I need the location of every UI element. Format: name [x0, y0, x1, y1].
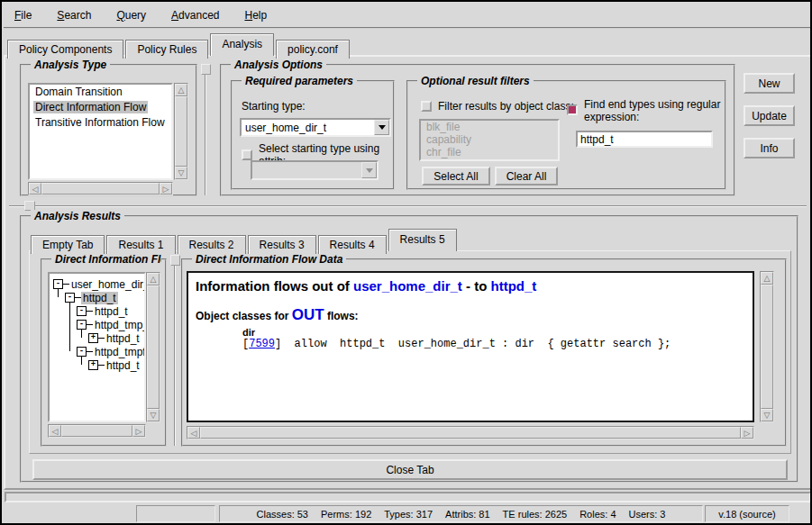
- tree-node[interactable]: - httpd_tmp_t: [50, 318, 144, 331]
- chevron-down-icon[interactable]: [374, 120, 389, 135]
- flow-tree[interactable]: - user_home_dir_t - httpd_t - httpd_t: [48, 272, 146, 422]
- analysis-results-frame: Analysis Results Empty Tab Results 1 Res…: [20, 215, 798, 483]
- tree-connector: [81, 356, 82, 365]
- chevron-down-icon: [361, 162, 377, 178]
- scroll-down-icon[interactable]: ▽: [175, 167, 187, 179]
- scrollbar-trough[interactable]: [200, 427, 741, 439]
- scroll-left-icon[interactable]: ◁: [187, 427, 200, 439]
- scrollbar-thumb[interactable]: [61, 425, 132, 437]
- menu-help[interactable]: Help: [244, 9, 267, 22]
- scrollbar-trough[interactable]: [61, 425, 132, 437]
- scrollbar-thumb[interactable]: [147, 285, 160, 409]
- scroll-left-icon[interactable]: ◁: [29, 183, 41, 195]
- scroll-down-icon[interactable]: ▽: [147, 409, 160, 421]
- list-item[interactable]: Direct Information Flow: [30, 100, 171, 115]
- required-parameters-frame: Required parameters Starting type: user_…: [231, 80, 395, 190]
- scroll-up-icon[interactable]: △: [147, 273, 160, 285]
- scrollbar-trough[interactable]: [761, 285, 773, 409]
- scroll-up-icon[interactable]: △: [175, 84, 187, 96]
- scroll-up-icon[interactable]: △: [761, 272, 773, 285]
- object-class-checkbox-label: Filter results by object class:: [438, 100, 574, 113]
- tab-results-5[interactable]: Results 5: [388, 229, 457, 251]
- attrib-combobox: [251, 160, 379, 180]
- regex-checkbox[interactable]: [567, 104, 578, 115]
- expand-icon[interactable]: +: [88, 360, 98, 370]
- new-button[interactable]: New: [744, 73, 795, 94]
- tab-analysis[interactable]: Analysis: [210, 33, 274, 56]
- scrollbar-trough[interactable]: [41, 183, 160, 195]
- tree-node[interactable]: + httpd_t: [50, 331, 144, 345]
- sash-handle[interactable]: [170, 255, 180, 266]
- sash-handle[interactable]: [201, 64, 211, 75]
- close-tab-button[interactable]: Close Tab: [32, 459, 788, 480]
- list-item: chr_file: [421, 146, 558, 158]
- tree-node[interactable]: + httpd_t: [50, 358, 144, 372]
- scroll-right-icon[interactable]: ▷: [132, 425, 145, 437]
- tab-results-2[interactable]: Results 2: [178, 235, 246, 254]
- analysis-page: Analysis Type Domain Transition Direct I…: [4, 55, 812, 490]
- scroll-right-icon[interactable]: ▷: [160, 183, 172, 195]
- scroll-down-icon[interactable]: ▽: [761, 409, 773, 421]
- scrollbar-thumb[interactable]: [761, 285, 773, 409]
- analysis-type-listbox[interactable]: Domain Transition Direct Information Flo…: [28, 83, 173, 180]
- sash-line: [205, 75, 206, 195]
- tab-results-3[interactable]: Results 3: [248, 235, 316, 254]
- tree-connector: [58, 288, 59, 297]
- data-hscrollbar[interactable]: ◁ ▷: [187, 426, 754, 439]
- required-parameters-title: Required parameters: [242, 75, 357, 87]
- analysis-type-hscrollbar[interactable]: ◁ ▷: [28, 182, 173, 195]
- results-tab-bar: Empty Tab Results 1 Results 2 Results 3 …: [31, 228, 459, 251]
- scrollbar-thumb[interactable]: [175, 96, 187, 167]
- sash-line: [174, 266, 176, 446]
- select-all-button[interactable]: Select All: [422, 167, 490, 186]
- clear-all-button[interactable]: Clear All: [495, 167, 558, 186]
- tab-policy-conf[interactable]: policy.conf: [276, 40, 350, 59]
- data-vscrollbar[interactable]: △ ▽: [760, 271, 774, 422]
- attrib-checkbox[interactable]: [242, 149, 252, 160]
- results-tab-content: Direct Information Flow T - user_home_di…: [29, 250, 791, 454]
- object-class-checkbox[interactable]: [421, 101, 432, 112]
- tree-vscrollbar[interactable]: △ ▽: [146, 272, 160, 422]
- starting-type-label: Starting type:: [242, 100, 306, 113]
- flow-data-frame: Direct Information Flow Data Information…: [181, 258, 787, 447]
- sash-line: [35, 205, 807, 207]
- status-empty-box: [136, 505, 215, 522]
- flow-data-text[interactable]: Information flows out of user_home_dir_t…: [187, 271, 754, 422]
- scrollbar-trough[interactable]: [175, 96, 187, 167]
- scrollbar-trough[interactable]: [147, 285, 160, 409]
- starting-type-combobox[interactable]: user_home_dir_t: [240, 118, 391, 137]
- scroll-right-icon[interactable]: ▷: [741, 427, 753, 439]
- tree-connector: [81, 329, 82, 338]
- expand-icon[interactable]: +: [88, 333, 98, 343]
- info-button[interactable]: Info: [744, 138, 795, 158]
- collapse-icon[interactable]: -: [77, 306, 87, 316]
- update-button[interactable]: Update: [744, 105, 795, 126]
- menu-file[interactable]: File: [14, 9, 32, 22]
- rule-number-link[interactable]: 7599: [249, 338, 275, 350]
- tree-hscrollbar[interactable]: ◁ ▷: [48, 424, 146, 438]
- scrollbar-thumb[interactable]: [41, 183, 160, 195]
- scrollbar-thumb[interactable]: [200, 427, 741, 439]
- object-class-listbox: blk_file capability chr_file: [419, 119, 560, 161]
- tree-node[interactable]: - httpd_t: [50, 304, 144, 318]
- tree-node[interactable]: - user_home_dir_t: [50, 277, 144, 291]
- list-item[interactable]: Transitive Information Flow: [30, 115, 171, 131]
- tree-node[interactable]: - httpd_tmpfs_: [50, 345, 144, 358]
- menu-search[interactable]: Search: [57, 9, 91, 22]
- tab-results-1[interactable]: Results 1: [106, 235, 175, 254]
- list-item: capability: [421, 133, 558, 146]
- tab-empty-tab[interactable]: Empty Tab: [31, 235, 105, 254]
- regex-input[interactable]: [578, 132, 711, 146]
- stat-users: Users: 3: [629, 509, 666, 520]
- scroll-left-icon[interactable]: ◁: [49, 425, 61, 437]
- tree-node[interactable]: - httpd_t: [50, 291, 144, 304]
- tab-policy-rules[interactable]: Policy Rules: [125, 40, 208, 59]
- analysis-type-vscrollbar[interactable]: △ ▽: [174, 83, 188, 180]
- menu-query[interactable]: Query: [116, 9, 146, 22]
- flow-data-title: Direct Information Flow Data: [192, 253, 346, 266]
- menu-advanced[interactable]: Advanced: [171, 9, 219, 22]
- tab-results-4[interactable]: Results 4: [318, 235, 387, 254]
- sash-line: [9, 205, 24, 207]
- list-item[interactable]: Domain Transition: [30, 85, 171, 100]
- tab-policy-components[interactable]: Policy Components: [7, 40, 123, 59]
